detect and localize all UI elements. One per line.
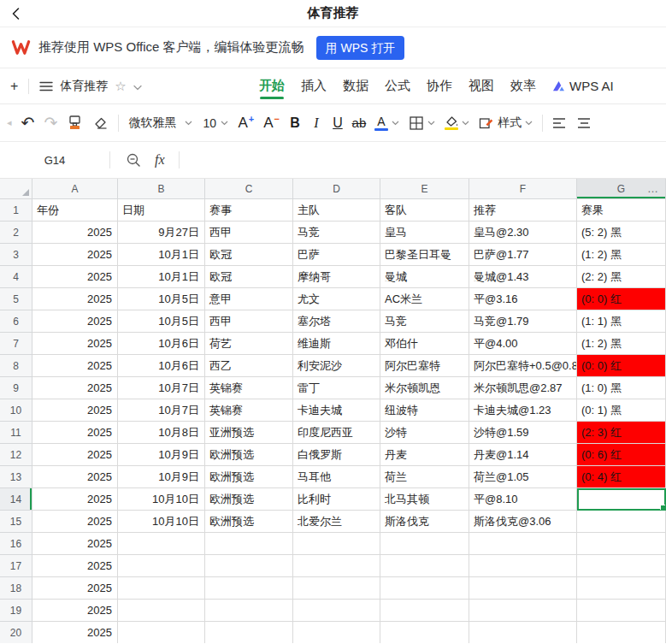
cell-D1[interactable]: 主队 <box>293 199 380 222</box>
cell-E11[interactable]: 沙特 <box>380 422 469 444</box>
cell-G10[interactable]: (0: 1) 黑 <box>577 399 666 422</box>
cell-E20[interactable] <box>380 622 469 643</box>
tab-wps-ai[interactable]: WPS AI <box>552 68 614 103</box>
tab-insert[interactable]: 插入 <box>301 68 327 103</box>
cell-E17[interactable] <box>380 555 469 577</box>
cell-G16[interactable] <box>577 533 666 555</box>
cell-style-button[interactable]: 样式 <box>479 115 533 131</box>
cell-E13[interactable]: 荷兰 <box>380 466 469 488</box>
cell-C11[interactable]: 亚洲预选 <box>205 422 293 444</box>
cell-C18[interactable] <box>205 577 293 600</box>
cell-C1[interactable]: 赛事 <box>205 199 293 222</box>
cell-B18[interactable] <box>118 577 205 600</box>
cell-C9[interactable]: 英锦赛 <box>205 377 293 399</box>
cell-B7[interactable]: 10月6日 <box>118 333 205 355</box>
row-header-19[interactable]: 19 <box>0 600 32 622</box>
cell-B9[interactable]: 10月7日 <box>118 377 205 399</box>
increase-font-size-button[interactable]: A+ <box>238 115 254 132</box>
borders-button[interactable] <box>409 115 435 131</box>
cell-D17[interactable] <box>293 555 380 577</box>
cell-A7[interactable]: 2025 <box>32 333 118 355</box>
cell-E7[interactable]: 邓伯什 <box>380 333 469 355</box>
format-painter-icon[interactable] <box>67 115 83 131</box>
chevron-down-icon[interactable] <box>133 79 142 94</box>
font-name-select[interactable]: 微软雅黑 <box>128 115 192 131</box>
open-in-wps-button[interactable]: 用 WPS 打开 <box>316 36 405 60</box>
cell-A2[interactable]: 2025 <box>32 222 118 244</box>
cell-B3[interactable]: 10月1日 <box>118 244 205 266</box>
cell-C20[interactable] <box>205 622 293 643</box>
star-icon[interactable]: ☆ <box>115 79 126 94</box>
cell-A19[interactable]: 2025 <box>32 600 118 622</box>
column-header-B[interactable]: B <box>118 179 205 199</box>
bold-button[interactable]: B <box>289 115 301 131</box>
tab-view[interactable]: 视图 <box>469 68 494 103</box>
cell-G4[interactable]: (2: 2) 黑 <box>577 266 666 288</box>
cell-B13[interactable]: 10月9日 <box>118 466 205 488</box>
cell-D10[interactable]: 卡迪夫城 <box>293 399 380 422</box>
cell-G5[interactable]: (0: 0) 红 <box>577 288 666 310</box>
row-header-11[interactable]: 11 <box>0 422 32 444</box>
cell-F2[interactable]: 皇马@2.30 <box>469 222 577 244</box>
redo-icon[interactable]: ↷ <box>44 113 57 133</box>
tab-collaborate[interactable]: 协作 <box>427 68 452 103</box>
chevron-down-icon[interactable] <box>462 121 469 126</box>
cell-E9[interactable]: 米尔顿凯恩 <box>380 377 469 399</box>
hamburger-menu-icon[interactable] <box>39 80 53 92</box>
cell-F20[interactable] <box>469 622 577 643</box>
italic-button[interactable]: I <box>310 115 322 131</box>
cell-G3[interactable]: (1: 2) 黑 <box>577 244 666 266</box>
cell-G1[interactable]: 赛果 <box>577 199 666 222</box>
cell-D2[interactable]: 马竞 <box>293 222 380 244</box>
cell-E4[interactable]: 曼城 <box>380 266 469 288</box>
cell-B14[interactable]: 10月10日 <box>118 488 205 511</box>
row-header-15[interactable]: 15 <box>0 511 32 533</box>
chevron-down-icon[interactable] <box>392 121 399 126</box>
cell-G9[interactable]: (1: 0) 黑 <box>577 377 666 399</box>
cell-F18[interactable] <box>469 577 577 600</box>
cell-G19[interactable] <box>577 600 666 622</box>
strikethrough-button[interactable]: ab <box>353 115 365 130</box>
cell-E3[interactable]: 巴黎圣日耳曼 <box>380 244 469 266</box>
select-all-corner[interactable] <box>0 179 32 199</box>
cell-E6[interactable]: 马竞 <box>380 310 469 333</box>
tab-efficiency[interactable]: 效率 <box>510 68 536 103</box>
cell-F3[interactable]: 巴萨@1.77 <box>469 244 577 266</box>
cell-A9[interactable]: 2025 <box>32 377 118 399</box>
cell-F1[interactable]: 推荐 <box>469 199 577 222</box>
row-header-9[interactable]: 9 <box>0 377 32 399</box>
cell-A5[interactable]: 2025 <box>32 288 118 310</box>
cell-B1[interactable]: 日期 <box>118 199 205 222</box>
cell-E8[interactable]: 阿尔巴塞特 <box>380 355 469 377</box>
cell-D4[interactable]: 摩纳哥 <box>293 266 380 288</box>
row-header-17[interactable]: 17 <box>0 555 32 577</box>
eraser-icon[interactable] <box>92 115 109 131</box>
cell-E10[interactable]: 纽波特 <box>380 399 469 422</box>
column-header-C[interactable]: C <box>205 179 293 199</box>
cell-D13[interactable]: 马耳他 <box>293 466 380 488</box>
cell-C6[interactable]: 西甲 <box>205 310 293 333</box>
cell-D11[interactable]: 印度尼西亚 <box>293 422 380 444</box>
collapse-toolbar-icon[interactable]: ◂ <box>7 117 12 128</box>
chevron-down-icon[interactable] <box>525 121 533 126</box>
undo-icon[interactable]: ↶ <box>21 113 35 133</box>
cell-C3[interactable]: 欧冠 <box>205 244 293 266</box>
cell-A20[interactable]: 2025 <box>32 622 118 643</box>
cell-F16[interactable] <box>469 533 577 555</box>
cell-A13[interactable]: 2025 <box>32 466 118 488</box>
cell-B16[interactable] <box>118 533 205 555</box>
cell-G7[interactable]: (1: 2) 黑 <box>577 333 666 355</box>
cell-B8[interactable]: 10月6日 <box>118 355 205 377</box>
cell-F12[interactable]: 丹麦@1.14 <box>469 444 577 466</box>
row-header-13[interactable]: 13 <box>0 466 32 488</box>
cell-F11[interactable]: 沙特@1.59 <box>469 422 577 444</box>
cell-C17[interactable] <box>205 555 293 577</box>
cell-E12[interactable]: 丹麦 <box>380 444 469 466</box>
cell-A18[interactable]: 2025 <box>32 577 118 600</box>
cell-D9[interactable]: 雷丁 <box>293 377 380 399</box>
cell-C5[interactable]: 意甲 <box>205 288 293 310</box>
cell-D19[interactable] <box>293 600 380 622</box>
row-header-14[interactable]: 14 <box>0 488 32 511</box>
cell-F6[interactable]: 马竞@1.79 <box>469 310 577 333</box>
cell-E18[interactable] <box>380 577 469 600</box>
